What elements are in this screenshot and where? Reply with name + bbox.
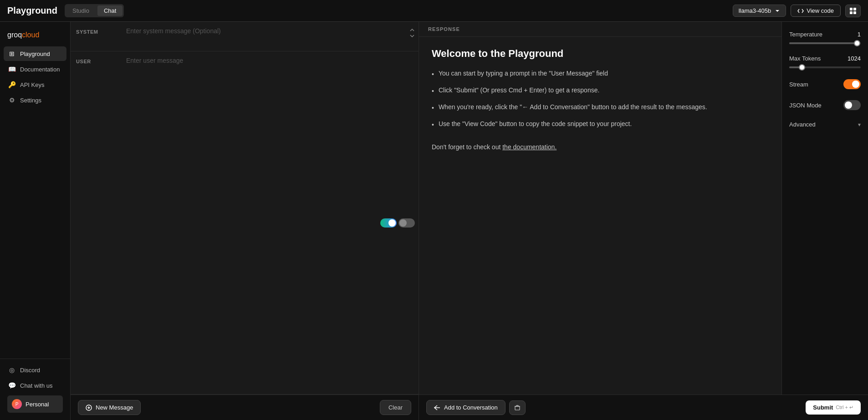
- json-mode-setting: JSON Mode: [789, 100, 861, 110]
- tab-studio[interactable]: Studio: [66, 5, 96, 16]
- view-code-button[interactable]: View code: [791, 5, 841, 17]
- bottom-right: Add to Conversation Submit Ctrl + ↵: [419, 395, 868, 420]
- new-message-label: New Message: [96, 404, 133, 411]
- model-name: llama3-405b: [739, 7, 771, 14]
- temperature-slider-track[interactable]: [789, 42, 861, 44]
- docs-prefix: Don't forget to check out: [432, 143, 502, 151]
- settings-panel: Temperature 1 Max Tokens 1024: [781, 22, 868, 395]
- chat-panels: SYSTEM: [71, 22, 868, 395]
- grid-icon: ⊞: [8, 50, 15, 57]
- new-message-button[interactable]: New Message: [78, 400, 141, 415]
- personal-button[interactable]: P Personal: [7, 395, 63, 413]
- user-row-icons: [377, 51, 419, 394]
- submit-button[interactable]: Submit Ctrl + ↵: [806, 400, 861, 415]
- sidebar-item-settings[interactable]: ⚙ Settings: [4, 93, 66, 107]
- model-selector-button[interactable]: llama3-405b: [733, 5, 786, 17]
- discord-label: Discord: [20, 367, 40, 374]
- json-mode-label: JSON Mode: [789, 102, 822, 109]
- max-tokens-slider-thumb[interactable]: [799, 64, 805, 71]
- sidebar-item-label-docs: Documentation: [20, 66, 60, 73]
- discord-icon: ◎: [8, 366, 15, 374]
- bullet-dot-2: •: [432, 86, 434, 96]
- page-title: Playground: [7, 5, 57, 16]
- system-row: SYSTEM: [71, 22, 419, 51]
- topbar-right: llama3-405b View code: [733, 5, 861, 17]
- temperature-slider-fill: [789, 42, 857, 44]
- sidebar-discord[interactable]: ◎ Discord: [4, 363, 66, 377]
- sidebar-item-api-keys[interactable]: 🔑 API Keys: [4, 77, 66, 92]
- logo-groq: groq: [7, 31, 22, 39]
- toggle-off-icon[interactable]: [398, 218, 415, 228]
- sidebar-chat-with-us[interactable]: 💬 Chat with us: [4, 378, 66, 393]
- user-label: USER: [71, 51, 121, 394]
- docs-link[interactable]: the documentation.: [502, 143, 557, 151]
- arrow-left-icon: [434, 405, 440, 411]
- avatar: P: [12, 399, 22, 409]
- sidebar-logo: groqcloud: [0, 25, 70, 46]
- personal-label: Personal: [26, 401, 49, 408]
- layout-icon: [849, 7, 857, 15]
- sidebar-nav: ⊞ Playground 📖 Documentation 🔑 API Keys …: [0, 46, 70, 359]
- stream-setting: Stream: [789, 79, 861, 89]
- add-to-conversation-label: Add to Conversation: [444, 404, 498, 411]
- tab-chat[interactable]: Chat: [97, 5, 123, 16]
- toggle-on-icon[interactable]: [380, 218, 397, 228]
- add-to-conversation-button[interactable]: Add to Conversation: [426, 400, 505, 415]
- bullet-dot-1: •: [432, 70, 434, 79]
- svg-rect-1: [853, 8, 856, 10]
- svg-rect-3: [853, 11, 856, 14]
- toggle-icons: [380, 218, 415, 228]
- advanced-label: Advanced: [789, 121, 816, 128]
- user-input[interactable]: [126, 57, 371, 73]
- system-row-controls: [406, 22, 419, 51]
- bottom-bar: New Message Clear Add to Conversation: [71, 395, 868, 420]
- docs-text: Don't forget to check out the documentat…: [432, 142, 769, 152]
- chat-with-us-label: Chat with us: [20, 382, 53, 389]
- system-input[interactable]: [126, 27, 400, 44]
- logo-cloud: cloud: [22, 31, 39, 39]
- submit-shortcut: Ctrl + ↵: [836, 405, 853, 410]
- view-code-label: View code: [807, 7, 834, 14]
- left-panel: SYSTEM: [71, 22, 419, 395]
- bullet-text-2: Click "Submit" (Or press Cmd + Enter) to…: [439, 86, 599, 95]
- clear-label: Clear: [388, 404, 403, 411]
- json-mode-toggle-knob: [845, 101, 852, 109]
- bullet-item-3: • When you're ready, click the "← Add to…: [432, 102, 769, 113]
- layout-icon-button[interactable]: [845, 5, 861, 17]
- key-icon: 🔑: [8, 81, 15, 88]
- chevron-down-icon: [775, 8, 780, 14]
- expand-arrows[interactable]: [409, 27, 415, 39]
- advanced-section[interactable]: Advanced ▾: [789, 121, 861, 128]
- sidebar-item-label-playground: Playground: [20, 51, 50, 57]
- tab-group: Studio Chat: [65, 4, 124, 17]
- bullet-dot-4: •: [432, 120, 434, 130]
- temperature-setting: Temperature 1: [789, 31, 861, 44]
- clear-button[interactable]: Clear: [380, 400, 411, 415]
- json-mode-toggle[interactable]: [843, 100, 861, 110]
- user-row: USER: [71, 51, 419, 395]
- response-title: Welcome to the Playground: [432, 48, 769, 60]
- temperature-label: Temperature: [789, 31, 822, 38]
- sidebar-item-documentation[interactable]: 📖 Documentation: [4, 62, 66, 76]
- sidebar-item-playground[interactable]: ⊞ Playground: [4, 46, 66, 61]
- response-header: RESPONSE: [419, 22, 781, 37]
- down-arrow-icon: [409, 33, 415, 39]
- sidebar-item-label-api: API Keys: [20, 81, 44, 88]
- temperature-header: Temperature 1: [789, 31, 861, 38]
- topbar-left: Playground Studio Chat: [7, 4, 733, 17]
- chat-icon: 💬: [8, 382, 15, 389]
- max-tokens-value: 1024: [848, 55, 861, 62]
- bullet-item-4: • Use the "View Code" button to copy the…: [432, 119, 769, 130]
- book-icon: 📖: [8, 66, 15, 73]
- max-tokens-slider-track[interactable]: [789, 66, 861, 68]
- user-input-area: [121, 51, 377, 394]
- content-area: SYSTEM: [71, 22, 868, 420]
- sidebar-item-label-settings: Settings: [20, 97, 41, 104]
- response-content: Welcome to the Playground • You can star…: [419, 37, 781, 395]
- bullet-text-1: You can start by typing a prompt in the …: [439, 69, 608, 78]
- submit-label: Submit: [813, 404, 833, 411]
- trash-button[interactable]: [509, 400, 526, 415]
- stream-toggle[interactable]: [843, 79, 861, 89]
- temperature-slider-thumb[interactable]: [854, 40, 860, 46]
- svg-rect-2: [850, 11, 853, 14]
